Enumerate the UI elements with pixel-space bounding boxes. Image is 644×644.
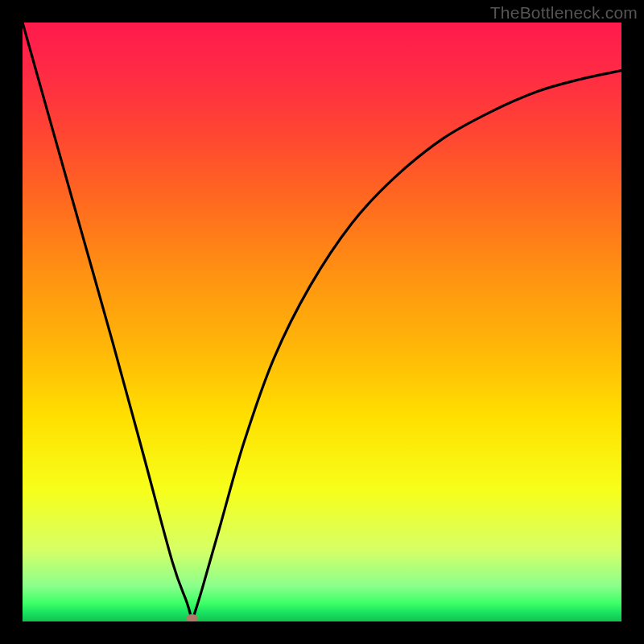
chart-background-gradient — [23, 23, 621, 621]
watermark-text: TheBottleneck.com — [490, 3, 638, 23]
chart-plot-area — [23, 23, 621, 621]
